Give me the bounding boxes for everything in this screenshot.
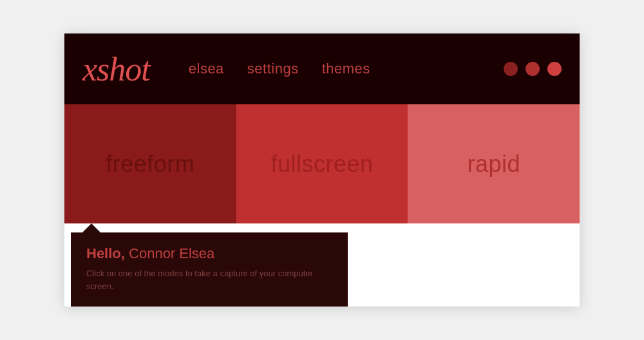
mode-tile-rapid[interactable]: rapid	[408, 104, 580, 223]
hello-box: Hello, Connor Elsea Click on one of the …	[71, 232, 580, 307]
mode-label-rapid: rapid	[467, 151, 520, 178]
hello-description: Click on one of the modes to take a capt…	[86, 267, 332, 292]
modes-row: freeform fullscreen rapid	[64, 104, 580, 223]
navbar: xshot elsea settings themes	[64, 33, 580, 104]
nav-link-themes[interactable]: themes	[322, 61, 370, 77]
app-logo: xshot	[82, 50, 150, 88]
nav-link-settings[interactable]: settings	[247, 61, 299, 77]
mode-tile-freeform[interactable]: freeform	[64, 104, 236, 223]
nav-link-elsea[interactable]: elsea	[189, 61, 224, 77]
mode-label-freeform: freeform	[106, 151, 194, 178]
dot-3[interactable]	[547, 62, 562, 76]
dot-2[interactable]	[526, 62, 540, 76]
hello-greeting: Hello,	[86, 245, 125, 261]
mode-tile-fullscreen[interactable]: fullscreen	[236, 104, 408, 223]
dot-1[interactable]	[504, 62, 518, 76]
app-container: xshot elsea settings themes freeform ful…	[64, 33, 580, 307]
hello-name: Connor Elsea	[129, 245, 214, 261]
hello-popup: Hello, Connor Elsea Click on one of the …	[71, 232, 348, 307]
mode-label-fullscreen: fullscreen	[270, 151, 373, 178]
nav-links: elsea settings themes	[189, 61, 478, 77]
nav-dots	[504, 62, 562, 76]
hello-title: Hello, Connor Elsea	[86, 245, 332, 262]
